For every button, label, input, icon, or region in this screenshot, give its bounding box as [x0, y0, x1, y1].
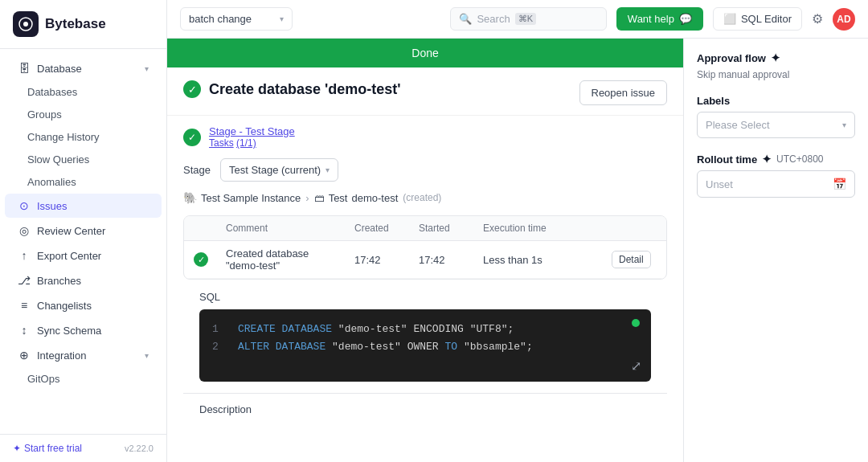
- sidebar-item-issues[interactable]: ⊙ Issues: [5, 194, 162, 218]
- sql-status-dot: [632, 319, 640, 327]
- want-help-button[interactable]: Want help 💬: [616, 7, 703, 31]
- approval-sparkle-icon: ✦: [771, 51, 780, 64]
- stage-tasks: Tasks (1/1): [209, 137, 295, 149]
- approval-flow-section: Approval flow ✦ Skip manual approval: [697, 51, 855, 80]
- stage-select-value: Test Stage (current): [229, 164, 321, 176]
- row-created: 17:42: [345, 247, 409, 272]
- tasks-link[interactable]: Tasks: [209, 137, 234, 149]
- sidebar: Bytebase 🗄 Database ▾ Databases Groups C…: [0, 0, 167, 462]
- search-bar[interactable]: 🔍 Search ⌘K: [450, 7, 606, 31]
- sidebar-item-slow-queries[interactable]: Slow Queries: [5, 149, 162, 170]
- sidebar-item-change-history-label: Change History: [27, 131, 100, 143]
- stage-section: ✓ Stage - Test Stage Tasks (1/1) Stage T…: [167, 116, 683, 435]
- instance-name: Test Sample Instance: [201, 192, 301, 204]
- db-prefix: Test: [329, 192, 348, 204]
- sql-line-2: 2 ALTER DATABASE "demo-test" OWNER TO "b…: [212, 338, 638, 356]
- sidebar-item-slow-queries-label: Slow Queries: [27, 153, 89, 166]
- sidebar-item-databases-label: Databases: [27, 86, 77, 98]
- row-detail-cell: Detail: [602, 244, 666, 275]
- col-created: Created: [345, 216, 409, 240]
- sidebar-item-change-history[interactable]: Change History: [5, 126, 162, 148]
- breadcrumb-db: 🗃 Test demo-test: [314, 192, 399, 204]
- message-icon: 💬: [679, 13, 692, 25]
- topbar: batch change ▾ 🔍 Search ⌘K Want help 💬 ⬜…: [167, 0, 868, 39]
- issue-check-icon: ✓: [183, 80, 201, 98]
- row-started: 17:42: [409, 247, 473, 272]
- labels-chevron-icon: ▾: [842, 121, 846, 129]
- sidebar-item-groups[interactable]: Groups: [5, 104, 162, 125]
- logo-icon: [13, 11, 39, 37]
- sql-line-1: 1 CREATE DATABASE "demo-test" ENCODING "…: [212, 321, 638, 338]
- sql-keyword-alter: ALTER DATABASE: [238, 341, 326, 353]
- integration-icon: ⊕: [18, 349, 31, 362]
- changelists-icon: ≡: [18, 299, 31, 312]
- reopen-issue-button[interactable]: Reopen issue: [579, 80, 668, 105]
- sidebar-item-export-label: Export Center: [37, 250, 101, 262]
- line-num-2: 2: [212, 338, 225, 356]
- sync-icon: ↕: [18, 324, 31, 337]
- approval-flow-label: Approval flow: [697, 52, 766, 64]
- settings-icon[interactable]: ⚙: [812, 11, 823, 27]
- chevron-down-icon: ▾: [145, 64, 149, 73]
- labels-select-dropdown[interactable]: Please Select ▾: [697, 112, 855, 138]
- task-table: Comment Created Started Execution time ✓…: [183, 215, 667, 280]
- logo: Bytebase: [0, 0, 166, 49]
- labels-title: Labels: [697, 95, 855, 107]
- sidebar-item-anomalies-label: Anomalies: [27, 176, 76, 188]
- stage-select-label: Stage: [183, 164, 211, 176]
- expand-icon[interactable]: ⤢: [631, 358, 641, 374]
- sql-keyword-to: TO: [444, 341, 457, 353]
- stage-name-link[interactable]: Stage - Test Stage: [209, 125, 295, 137]
- line-num-1: 1: [212, 321, 225, 338]
- instance-icon: 🐘: [183, 191, 197, 204]
- sidebar-item-export-center[interactable]: ↑ Export Center: [5, 243, 162, 268]
- detail-button[interactable]: Detail: [612, 251, 651, 268]
- sql-editor-button[interactable]: ⬜ SQL Editor: [713, 7, 802, 31]
- sql-section-label: SQL: [183, 291, 667, 303]
- sidebar-item-sync-schema[interactable]: ↕ Sync Schema: [5, 318, 162, 342]
- col-comment: Comment: [216, 216, 345, 240]
- batch-change-label: batch change: [189, 13, 252, 25]
- row-comment: Created database "demo-test": [216, 241, 345, 278]
- rollout-time-picker[interactable]: Unset 📅: [697, 170, 855, 198]
- sidebar-item-branches[interactable]: ⎇ Branches: [5, 268, 162, 292]
- issue-title: Create database 'demo-test': [209, 81, 401, 98]
- sql-string-3: "bbsample";: [464, 341, 533, 353]
- stage-check-icon: ✓: [183, 129, 201, 146]
- avatar[interactable]: AD: [833, 8, 855, 31]
- row-exec-time: Less than 1s: [473, 247, 602, 272]
- start-free-trial-link[interactable]: ✦ Start free trial: [13, 443, 82, 454]
- done-status: Done: [411, 47, 438, 59]
- stage-select-dropdown[interactable]: Test Stage (current) ▾: [220, 158, 338, 182]
- batch-change-select[interactable]: batch change ▾: [180, 7, 293, 31]
- sidebar-item-integration-label: Integration: [37, 350, 86, 362]
- labels-section: Labels Please Select ▾: [697, 95, 855, 138]
- branches-icon: ⎇: [18, 274, 31, 287]
- sidebar-item-issues-label: Issues: [37, 200, 68, 212]
- breadcrumb-instance: 🐘 Test Sample Instance: [183, 191, 301, 204]
- skip-approval-label: Skip manual approval: [697, 69, 855, 80]
- sidebar-item-database[interactable]: 🗄 Database ▾: [5, 56, 162, 80]
- unset-label: Unset: [706, 178, 733, 190]
- sidebar-item-review-center[interactable]: ◎ Review Center: [5, 219, 162, 243]
- sidebar-item-integration[interactable]: ⊕ Integration ▾: [5, 343, 162, 367]
- sidebar-item-anomalies[interactable]: Anomalies: [5, 171, 162, 193]
- tasks-count: (1/1): [236, 137, 256, 149]
- sidebar-item-changelists[interactable]: ≡ Changelists: [5, 293, 162, 317]
- row-status-icon: ✓: [184, 246, 216, 273]
- sidebar-item-groups-label: Groups: [27, 108, 62, 121]
- logo-text: Bytebase: [45, 16, 106, 32]
- sidebar-item-databases[interactable]: Databases: [5, 81, 162, 103]
- description-section: Description: [183, 393, 667, 425]
- sidebar-item-gitops[interactable]: GitOps: [5, 368, 162, 390]
- want-help-label: Want help: [628, 13, 674, 25]
- col-status: [184, 216, 216, 240]
- issue-header: ✓ Create database 'demo-test' Reopen iss…: [167, 67, 683, 116]
- sidebar-nav: 🗄 Database ▾ Databases Groups Change His…: [0, 49, 166, 434]
- rollout-sparkle-icon: ✦: [762, 153, 772, 166]
- sidebar-item-review-label: Review Center: [37, 225, 105, 237]
- review-icon: ◎: [18, 224, 31, 237]
- search-icon: 🔍: [459, 13, 472, 25]
- sidebar-item-gitops-label: GitOps: [27, 373, 59, 385]
- sql-string-1: "demo-test" ENCODING "UTF8";: [338, 323, 514, 335]
